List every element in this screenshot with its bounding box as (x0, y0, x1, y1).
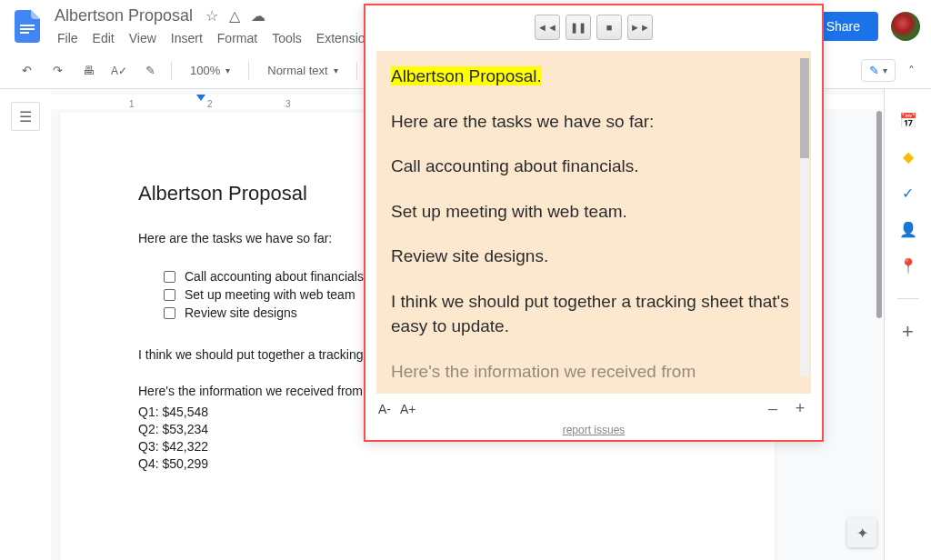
next-button[interactable]: ►► (627, 15, 653, 40)
collapse-toolbar-icon[interactable]: ˄ (908, 64, 915, 78)
print-icon[interactable]: 🖶 (78, 61, 98, 81)
paint-format-icon[interactable]: ✎ (140, 61, 160, 81)
check-label: Review site designs (185, 305, 297, 320)
move-icon[interactable]: △ (229, 7, 240, 25)
spellcheck-icon[interactable]: A✓ (109, 61, 129, 81)
checkbox-icon[interactable] (164, 307, 175, 319)
explore-icon: ✦ (856, 525, 868, 542)
svg-rect-0 (20, 25, 35, 26)
checkbox-icon[interactable] (164, 271, 175, 283)
check-label: Set up meeting with web team (185, 287, 355, 302)
document-title[interactable]: Albertson Proposal (51, 5, 196, 27)
decrease-font-button[interactable]: A- (378, 402, 391, 416)
svg-rect-1 (20, 28, 35, 30)
previous-button[interactable]: ◄◄ (535, 15, 560, 40)
redo-icon[interactable]: ↷ (47, 61, 67, 81)
zoom-in-button[interactable]: + (791, 399, 809, 418)
explore-button[interactable]: ✦ (847, 518, 876, 547)
screen-reader-overlay: ◄◄ ❚❚ ■ ►► Albertson Proposal. Here are … (364, 4, 824, 442)
get-addons-icon[interactable]: + (899, 323, 917, 341)
indent-marker-icon[interactable] (196, 95, 205, 101)
checkbox-icon[interactable] (164, 289, 175, 301)
keep-icon[interactable]: ◆ (899, 147, 917, 165)
contacts-icon[interactable]: 👤 (899, 220, 917, 238)
menu-edit[interactable]: Edit (86, 29, 121, 47)
style-value: Normal text (267, 64, 327, 77)
maps-icon[interactable]: 📍 (899, 256, 917, 275)
docs-logo[interactable] (11, 10, 44, 43)
editing-mode-dropdown[interactable]: ✎ ▾ (861, 59, 896, 82)
side-panel: 📅 ◆ ✓ 👤 📍 + (884, 89, 931, 560)
zoom-value: 100% (190, 64, 220, 77)
toolbar-separator (171, 62, 172, 80)
zoom-out-button[interactable]: – (764, 399, 782, 418)
star-icon[interactable]: ☆ (205, 7, 218, 25)
check-label: Call accounting about financials (185, 269, 364, 284)
caret-down-icon: ▾ (334, 65, 338, 75)
pause-icon: ❚❚ (570, 22, 586, 34)
reader-highlighted-line: Albertson Proposal. (391, 66, 542, 85)
increase-font-button[interactable]: A+ (400, 402, 416, 416)
menu-tools[interactable]: Tools (265, 29, 308, 47)
next-icon: ►► (630, 22, 650, 33)
menu-format[interactable]: Format (211, 29, 264, 47)
show-outline-button[interactable]: ☰ (11, 102, 40, 131)
caret-down-icon: ▾ (883, 65, 887, 75)
ruler-tick: 3 (285, 99, 364, 109)
calendar-icon[interactable]: 📅 (899, 111, 917, 129)
tasks-icon[interactable]: ✓ (899, 184, 917, 202)
ruler-tick: 2 (207, 99, 285, 109)
reader-footer: A- A+ – + (365, 394, 822, 424)
doc-line[interactable]: Q4: $50,299 (138, 455, 696, 473)
stop-button[interactable]: ■ (596, 15, 622, 40)
report-issues-link[interactable]: report issues (365, 424, 822, 440)
stop-icon: ■ (606, 22, 613, 33)
previous-icon: ◄◄ (537, 22, 557, 33)
reader-line: I think we should put together a trackin… (391, 289, 796, 339)
menu-file[interactable]: File (51, 29, 85, 47)
vertical-scrollbar-thumb[interactable] (876, 111, 882, 318)
side-panel-divider (897, 298, 919, 299)
reader-scrollbar-thumb[interactable] (800, 58, 809, 158)
menu-view[interactable]: View (123, 29, 163, 47)
caret-down-icon: ▾ (225, 65, 230, 75)
reader-line: Here are the tasks we have so far: (391, 109, 796, 135)
paragraph-style-dropdown[interactable]: Normal text ▾ (260, 60, 345, 81)
toolbar-separator (356, 62, 357, 80)
account-avatar[interactable] (891, 12, 920, 41)
reader-text-area[interactable]: Albertson Proposal. Here are the tasks w… (376, 51, 811, 394)
svg-rect-2 (20, 32, 29, 34)
zoom-dropdown[interactable]: 100% ▾ (183, 60, 237, 81)
outline-icon: ☰ (19, 108, 32, 125)
outline-panel: ☰ (0, 89, 51, 560)
reader-line: Review site designs. (391, 244, 796, 269)
undo-icon[interactable]: ↶ (16, 61, 36, 81)
toolbar-separator (248, 62, 249, 80)
pencil-icon: ✎ (869, 64, 879, 77)
reader-line: Here's the information we received from (391, 359, 796, 385)
reader-line: Call accounting about financials. (391, 154, 796, 179)
pause-button[interactable]: ❚❚ (566, 15, 591, 40)
menu-insert[interactable]: Insert (165, 29, 209, 47)
cloud-status-icon[interactable]: ☁ (251, 7, 265, 25)
reader-line: Set up meeting with web team. (391, 199, 796, 225)
reader-controls: ◄◄ ❚❚ ■ ►► (365, 5, 822, 51)
